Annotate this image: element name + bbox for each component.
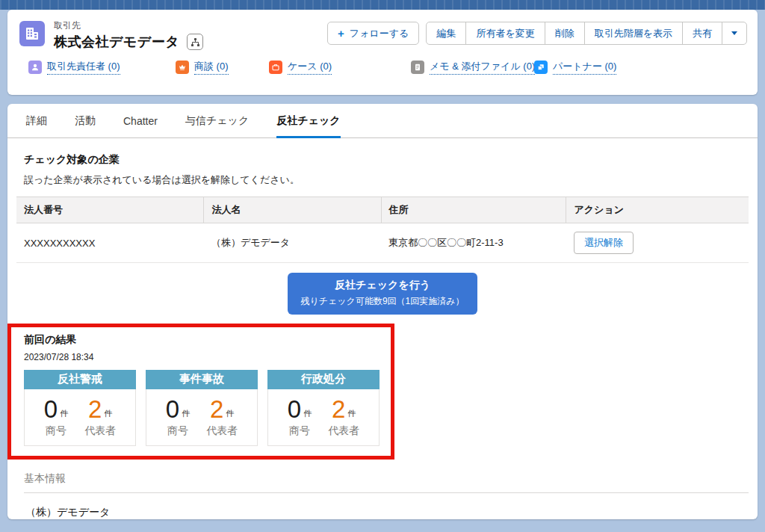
- stat-representative: 2件 代表者: [84, 398, 116, 438]
- title-block: 取引先 株式会社デモデータ: [54, 19, 203, 51]
- account-icon: [19, 21, 45, 46]
- representative-count: 2: [210, 398, 223, 421]
- check-target-table: 法人番号 法人名 住所 アクション XXXXXXXXXXX （株）デモデータ 東…: [16, 197, 749, 263]
- stat-representative: 2件 代表者: [206, 398, 238, 438]
- share-button[interactable]: 共有: [682, 22, 722, 45]
- page: 取引先 株式会社デモデータ + フォローす: [0, 0, 765, 532]
- related-link-opportunities[interactable]: 商談 (0): [176, 60, 229, 75]
- result-cards: 反社警戒 0件 商号 2件 代表者: [24, 370, 383, 446]
- run-antisocial-check-button[interactable]: 反社チェックを行う 残りチェック可能数9回（1回実施済み）: [288, 273, 477, 315]
- cell-corporate-number: XXXXXXXXXXX: [16, 223, 204, 263]
- record-detail-card: 詳細 活動 Chatter 与信チェック 反社チェック チェック対象の企業 誤っ…: [7, 104, 758, 519]
- record-header-card: 取引先 株式会社デモデータ + フォローす: [7, 10, 758, 95]
- stat-representative: 2件 代表者: [328, 398, 359, 438]
- previous-result-heading: 前回の結果: [24, 333, 383, 347]
- related-link-cases[interactable]: ケース (0): [269, 60, 332, 75]
- basic-info-heading: 基本情報: [24, 472, 749, 486]
- edit-button[interactable]: 編集: [426, 22, 466, 45]
- tab-chatter[interactable]: Chatter: [123, 104, 158, 138]
- tab-antisocial-check[interactable]: 反社チェック: [276, 104, 340, 138]
- company-label: 商号: [166, 424, 190, 438]
- deselect-button[interactable]: 選択解除: [574, 232, 634, 254]
- follow-button[interactable]: + フォローする: [327, 22, 419, 45]
- tab-credit-check[interactable]: 与信チェック: [185, 104, 249, 138]
- tab-bar: 詳細 活動 Chatter 与信チェック 反社チェック: [7, 104, 758, 138]
- show-hierarchy-button[interactable]: 取引先階層を表示: [584, 22, 683, 45]
- column-action: アクション: [566, 197, 749, 223]
- related-link-notes-attachments[interactable]: メモ & 添付ファイル (0): [411, 60, 535, 75]
- opportunity-icon: [176, 61, 189, 74]
- related-link-contacts[interactable]: 取引先責任者 (0): [28, 60, 120, 75]
- unit-label: 件: [60, 408, 68, 421]
- representative-label: 代表者: [206, 424, 238, 438]
- unit-label: 件: [303, 408, 312, 421]
- tab-content: チェック対象の企業 誤った企業が表示されている場合は選択を解除してください。 法…: [7, 138, 758, 532]
- result-card-administrative-action: 行政処分 0件 商号 2件 代表者: [267, 370, 380, 446]
- result-card-incidents: 事件事故 0件 商号 2件 代表者: [146, 370, 258, 446]
- table-header-row: 法人番号 法人名 住所 アクション: [16, 197, 749, 223]
- company-count: 0: [166, 398, 179, 421]
- cell-address: 東京都〇〇区〇〇町2-11-3: [381, 223, 566, 263]
- entity-label: 取引先: [54, 19, 203, 32]
- column-corporate-name: 法人名: [204, 197, 381, 223]
- company-count: 0: [288, 398, 301, 421]
- notes-icon: [411, 61, 424, 74]
- more-actions-button[interactable]: [722, 22, 747, 45]
- result-card-title: 事件事故: [146, 370, 258, 389]
- contact-icon: [28, 61, 42, 74]
- company-label: 商号: [44, 424, 68, 438]
- header-actions: + フォローする 編集 所有者を変更 削除 取引先階層を表示 共有: [327, 22, 747, 45]
- unit-label: 件: [347, 408, 356, 421]
- representative-label: 代表者: [84, 424, 116, 438]
- column-corporate-number: 法人番号: [16, 197, 204, 223]
- unit-label: 件: [182, 408, 190, 421]
- previous-result-timestamp: 2023/07/28 18:34: [24, 352, 383, 362]
- stat-company: 0件 商号: [166, 398, 190, 438]
- result-card-antisocial-alert: 反社警戒 0件 商号 2件 代表者: [24, 370, 136, 446]
- partner-icon: [534, 61, 548, 74]
- hierarchy-icon[interactable]: [187, 34, 203, 50]
- stat-company: 0件 商号: [288, 398, 312, 438]
- tab-activity[interactable]: 活動: [75, 104, 96, 138]
- column-address: 住所: [381, 197, 566, 223]
- stat-company: 0件 商号: [44, 398, 68, 438]
- result-card-title: 行政処分: [267, 370, 380, 389]
- chevron-down-icon: [731, 31, 737, 35]
- company-count: 0: [44, 398, 58, 421]
- record-header: 取引先 株式会社デモデータ + フォローす: [7, 10, 758, 51]
- delete-button[interactable]: 削除: [545, 22, 585, 45]
- related-list-quicklinks: 取引先責任者 (0) 商談 (0) ケース (0) メモ & 添付ファイル (0…: [7, 51, 758, 84]
- company-label: 商号: [288, 424, 312, 438]
- result-card-title: 反社警戒: [24, 370, 136, 389]
- top-decoration-bar: [0, 0, 765, 10]
- divider: [24, 492, 749, 493]
- unit-label: 件: [226, 408, 234, 421]
- representative-count: 2: [332, 398, 345, 421]
- representative-label: 代表者: [328, 424, 359, 438]
- tab-details[interactable]: 詳細: [26, 104, 47, 138]
- unit-label: 件: [104, 408, 112, 421]
- plus-icon: +: [338, 27, 344, 40]
- basic-info-company-name: （株）デモデータ: [25, 506, 749, 519]
- representative-count: 2: [88, 398, 102, 421]
- cell-corporate-name: （株）デモデータ: [204, 223, 381, 263]
- case-icon: [269, 61, 282, 74]
- action-button-group: 編集 所有者を変更 削除 取引先階層を表示 共有: [426, 22, 747, 45]
- related-link-partners[interactable]: パートナー (0): [534, 60, 616, 75]
- check-target-description: 誤った企業が表示されている場合は選択を解除してください。: [24, 173, 749, 187]
- check-target-heading: チェック対象の企業: [24, 153, 749, 167]
- change-owner-button[interactable]: 所有者を変更: [465, 22, 545, 45]
- table-row: XXXXXXXXXXX （株）デモデータ 東京都〇〇区〇〇町2-11-3 選択解…: [16, 223, 749, 263]
- page-title: 株式会社デモデータ: [54, 33, 179, 51]
- annotation-highlight-previous-result: 前回の結果 2023/07/28 18:34 反社警戒 0件 商号 2件: [7, 324, 394, 460]
